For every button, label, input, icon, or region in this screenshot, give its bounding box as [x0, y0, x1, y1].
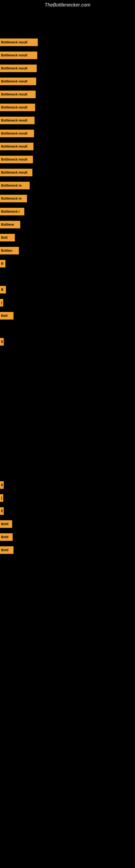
- bottleneck-label: Bottleneck re: [1, 184, 21, 187]
- bottleneck-label: E: [1, 483, 3, 487]
- bottleneck-label: Bottl: [1, 548, 8, 552]
- bottleneck-label: Bottleneck result: [1, 54, 27, 57]
- bottleneck-bar: |: [0, 494, 3, 502]
- bottleneck-label: Bottleneck result: [1, 158, 27, 161]
- bottleneck-label: Bottleneck result: [1, 40, 27, 44]
- bottleneck-label: Bottleneck result: [1, 80, 27, 83]
- bottleneck-bar: B: [0, 286, 6, 293]
- bottleneck-label: Bottleneck result: [1, 170, 27, 175]
- bottleneck-bar: Bottleneck re: [0, 182, 30, 189]
- bottleneck-label: B: [1, 288, 3, 291]
- bottleneck-label: Bottlene: [1, 223, 14, 226]
- bottleneck-label: Bottleneck result: [1, 66, 27, 70]
- bottleneck-bar: E: [0, 338, 4, 346]
- bottleneck-bar: Bottl: [0, 520, 12, 528]
- bottleneck-label: Bott: [1, 314, 8, 318]
- bottleneck-bar: Bottleneck result: [0, 52, 37, 59]
- bottleneck-label: Bottleneck result: [1, 93, 27, 96]
- bottleneck-bar: B: [0, 260, 5, 268]
- bottleneck-label: Bottl: [1, 522, 8, 526]
- bottleneck-label: Bottleneck result: [1, 131, 27, 135]
- bottleneck-bar: Bottleneck result: [0, 143, 34, 150]
- bottleneck-bar: Bottleneck result: [0, 130, 34, 137]
- bottleneck-label: Bott: [1, 236, 8, 240]
- bottleneck-bar: Bottleneck result: [0, 156, 33, 163]
- bottleneck-bar: E: [0, 507, 4, 515]
- bottleneck-label: |: [1, 301, 2, 305]
- bottleneck-bar: |: [0, 299, 3, 307]
- bottleneck-bar: Bottleneck result: [0, 78, 36, 85]
- bottleneck-bar: Bottleneck re: [0, 195, 27, 203]
- bottleneck-label: B: [1, 262, 3, 266]
- bottleneck-bar: Bottleneck result: [0, 65, 37, 72]
- bottleneck-bar: Bottl: [0, 546, 13, 554]
- bottleneck-bar: Bottleneck result: [0, 91, 36, 98]
- site-title: TheBottlenecker.com: [0, 0, 135, 10]
- bottleneck-bar: Bottlen: [0, 247, 19, 254]
- bottleneck-bar: Bottl: [0, 533, 13, 541]
- bottleneck-bar: Bott: [0, 234, 15, 241]
- bottleneck-label: Bottleneck re: [1, 197, 21, 200]
- bottleneck-label: Bottleneck result: [1, 145, 27, 148]
- bottleneck-bar: Bottlene: [0, 221, 20, 228]
- bottleneck-bar: Bottleneck result: [0, 38, 38, 46]
- bottleneck-label: Bottl: [1, 535, 8, 539]
- bottleneck-bar: Bottleneck result: [0, 104, 35, 111]
- bottleneck-bar: Bottleneck result: [0, 117, 35, 124]
- bottleneck-bar: Bottleneck result: [0, 169, 32, 176]
- bottleneck-bar: Bottleneck r: [0, 208, 24, 215]
- bottleneck-label: Bottleneck r: [1, 210, 20, 214]
- bottleneck-label: E: [1, 340, 3, 344]
- bottleneck-label: Bottleneck result: [1, 119, 27, 122]
- bottleneck-label: |: [1, 496, 2, 500]
- bottleneck-label: E: [1, 509, 3, 513]
- bottleneck-label: Bottleneck result: [1, 105, 27, 109]
- bottleneck-bar: Bott: [0, 312, 13, 319]
- bottleneck-label: Bottlen: [1, 249, 12, 252]
- bottleneck-bar: E: [0, 481, 4, 489]
